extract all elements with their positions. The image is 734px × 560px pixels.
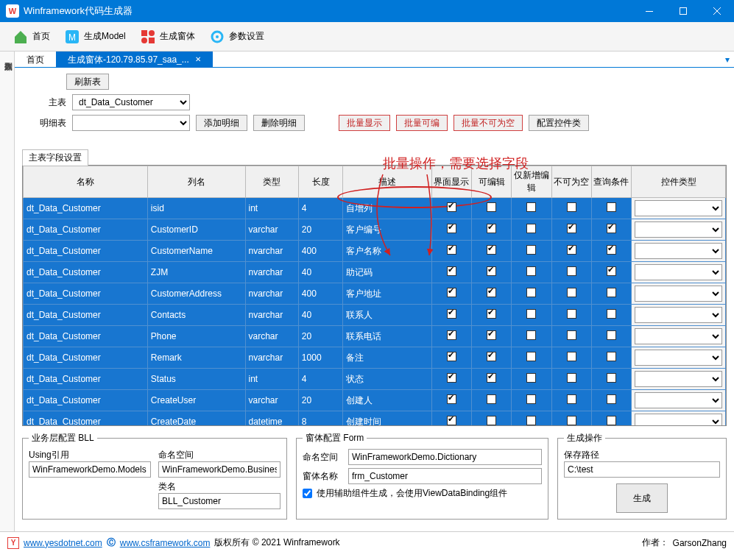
checkbox[interactable] bbox=[567, 352, 576, 361]
checkbox[interactable] bbox=[447, 309, 456, 319]
checkbox[interactable] bbox=[567, 288, 576, 297]
checkbox[interactable] bbox=[447, 224, 456, 233]
control-type-select[interactable] bbox=[635, 264, 722, 280]
checkbox[interactable] bbox=[567, 202, 576, 212]
main-table-select[interactable]: dt_Data_Customer bbox=[72, 94, 190, 110]
checkbox[interactable] bbox=[607, 202, 616, 212]
checkbox[interactable] bbox=[526, 224, 536, 233]
form-ns-input[interactable] bbox=[348, 449, 542, 465]
refresh-tables-button[interactable]: 刷新表 bbox=[66, 74, 109, 90]
checkbox[interactable] bbox=[487, 245, 496, 255]
checkbox[interactable] bbox=[567, 373, 576, 383]
checkbox[interactable] bbox=[567, 245, 576, 255]
checkbox[interactable] bbox=[526, 202, 536, 212]
control-type-select[interactable] bbox=[635, 414, 722, 426]
nav-settings[interactable]: 参数设置 bbox=[204, 25, 269, 49]
checkbox[interactable] bbox=[567, 416, 576, 425]
using-input[interactable] bbox=[29, 461, 151, 478]
checkbox[interactable] bbox=[447, 416, 456, 425]
checkbox[interactable] bbox=[487, 373, 496, 383]
nav-gen-model[interactable]: M 生成Model bbox=[59, 25, 130, 49]
checkbox[interactable] bbox=[526, 288, 536, 297]
grid-header[interactable]: 名称 bbox=[24, 166, 148, 198]
checkbox[interactable] bbox=[447, 330, 456, 340]
maximize-button[interactable] bbox=[666, 0, 700, 22]
add-detail-button[interactable]: 添加明细 bbox=[196, 115, 247, 131]
control-type-select[interactable] bbox=[635, 307, 722, 323]
grid-header[interactable]: 列名 bbox=[147, 166, 245, 198]
checkbox[interactable] bbox=[487, 202, 496, 212]
checkbox[interactable] bbox=[567, 266, 576, 276]
checkbox[interactable] bbox=[487, 309, 496, 319]
checkbox[interactable] bbox=[526, 352, 536, 361]
control-type-select[interactable] bbox=[635, 221, 722, 238]
checkbox[interactable] bbox=[447, 266, 456, 276]
checkbox[interactable] bbox=[487, 394, 496, 404]
checkbox[interactable] bbox=[487, 330, 496, 340]
batch-show-button[interactable]: 批量显示 bbox=[339, 115, 390, 131]
checkbox[interactable] bbox=[607, 416, 616, 425]
grid-header[interactable]: 不可为空 bbox=[551, 166, 591, 198]
del-detail-button[interactable]: 删除明细 bbox=[253, 115, 305, 131]
checkbox[interactable] bbox=[447, 245, 456, 255]
bll-class-input[interactable] bbox=[158, 493, 280, 509]
checkbox[interactable] bbox=[526, 330, 536, 340]
checkbox[interactable] bbox=[447, 288, 456, 297]
grid-header[interactable]: 查询条件 bbox=[591, 166, 631, 198]
control-type-select[interactable] bbox=[635, 243, 722, 259]
batch-notnull-button[interactable]: 批量不可为空 bbox=[454, 115, 523, 131]
bll-ns-input[interactable] bbox=[158, 461, 280, 478]
table-row[interactable]: dt_Data_CustomerPhonevarchar20联系电话 bbox=[24, 326, 726, 347]
control-type-select[interactable] bbox=[635, 200, 722, 216]
tabs-dropdown-icon[interactable]: ▾ bbox=[721, 54, 734, 65]
grid-header[interactable]: 控件类型 bbox=[632, 166, 726, 198]
sidebar-db-list[interactable]: 数据库列表 bbox=[0, 52, 15, 531]
checkbox[interactable] bbox=[567, 224, 576, 233]
checkbox[interactable] bbox=[607, 266, 616, 276]
checkbox[interactable] bbox=[607, 224, 616, 233]
checkbox[interactable] bbox=[487, 266, 496, 276]
checkbox[interactable] bbox=[607, 288, 616, 297]
helper-checkbox[interactable] bbox=[303, 489, 312, 498]
config-ctl-button[interactable]: 配置控件类 bbox=[529, 115, 589, 131]
tab-home[interactable]: 首页 bbox=[15, 52, 56, 68]
checkbox[interactable] bbox=[447, 352, 456, 361]
table-row[interactable]: dt_Data_CustomerCustomerAddressnvarchar4… bbox=[24, 283, 726, 305]
control-type-select[interactable] bbox=[635, 286, 722, 302]
tab-genform[interactable]: 生成窗体-120.79.85.97_saa_...✕ bbox=[56, 52, 213, 68]
checkbox[interactable] bbox=[526, 416, 536, 425]
grid-header[interactable]: 类型 bbox=[245, 166, 298, 198]
checkbox[interactable] bbox=[607, 394, 616, 404]
table-row[interactable]: dt_Data_CustomerRemarknvarchar1000备注 bbox=[24, 347, 726, 369]
checkbox[interactable] bbox=[487, 224, 496, 233]
nav-home[interactable]: 首页 bbox=[7, 25, 54, 49]
checkbox[interactable] bbox=[447, 394, 456, 404]
footer-link-1[interactable]: www.yesdotnet.com bbox=[24, 538, 102, 548]
control-type-select[interactable] bbox=[635, 328, 722, 344]
control-type-select[interactable] bbox=[635, 371, 722, 387]
checkbox[interactable] bbox=[447, 202, 456, 212]
checkbox[interactable] bbox=[447, 373, 456, 383]
checkbox[interactable] bbox=[487, 288, 496, 297]
footer-link-2[interactable]: www.csframework.com bbox=[120, 538, 211, 548]
batch-edit-button[interactable]: 批量可编 bbox=[396, 115, 448, 131]
detail-table-select[interactable] bbox=[72, 115, 190, 131]
checkbox[interactable] bbox=[607, 245, 616, 255]
minimize-button[interactable] bbox=[632, 0, 666, 22]
table-row[interactable]: dt_Data_CustomerCreateDatedatetime8创建时间 bbox=[24, 411, 726, 427]
checkbox[interactable] bbox=[487, 416, 496, 425]
table-row[interactable]: dt_Data_CustomerContactsnvarchar40联系人 bbox=[24, 305, 726, 326]
checkbox[interactable] bbox=[526, 309, 536, 319]
checkbox[interactable] bbox=[526, 245, 536, 255]
checkbox[interactable] bbox=[526, 373, 536, 383]
checkbox[interactable] bbox=[526, 266, 536, 276]
checkbox[interactable] bbox=[487, 352, 496, 361]
table-row[interactable]: dt_Data_CustomerStatusint4状态 bbox=[24, 369, 726, 390]
table-row[interactable]: dt_Data_CustomerCreateUservarchar20创建人 bbox=[24, 390, 726, 411]
grid-header[interactable]: 长度 bbox=[298, 166, 342, 198]
checkbox[interactable] bbox=[567, 309, 576, 319]
generate-button[interactable]: 生成 bbox=[616, 483, 668, 513]
checkbox[interactable] bbox=[567, 330, 576, 340]
close-tab-icon[interactable]: ✕ bbox=[195, 52, 201, 68]
checkbox[interactable] bbox=[607, 330, 616, 340]
